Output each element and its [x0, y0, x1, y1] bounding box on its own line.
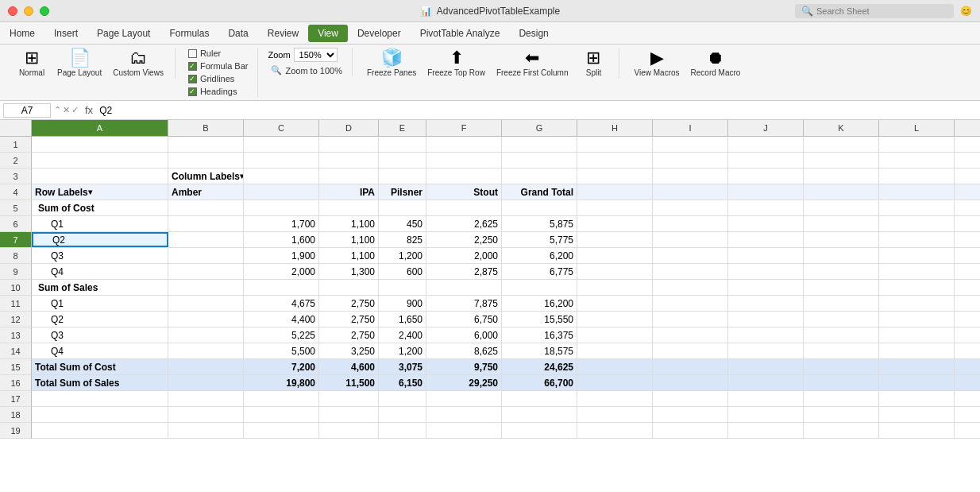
cell-d11[interactable]: 2,750	[319, 296, 379, 311]
cell-g17[interactable]	[502, 391, 577, 406]
cell-i8[interactable]	[653, 248, 728, 263]
cell-a2[interactable]	[32, 153, 168, 168]
zoom-100-btn[interactable]: 🔍 Zoom to 100%	[268, 64, 345, 76]
cell-d19[interactable]	[319, 423, 379, 438]
cell-l6[interactable]	[879, 216, 955, 231]
cell-j12[interactable]	[728, 312, 804, 327]
cell-j6[interactable]	[728, 216, 804, 231]
row-num-6[interactable]: 6	[0, 216, 32, 232]
cell-d5[interactable]	[319, 200, 379, 215]
cell-e14[interactable]: 1,200	[379, 343, 426, 358]
cell-i11[interactable]	[653, 296, 728, 311]
cell-i12[interactable]	[653, 312, 728, 327]
freeze-panes-btn[interactable]: 🧊 Freeze Panes	[362, 48, 421, 79]
cell-m13[interactable]	[955, 327, 980, 343]
cell-b2[interactable]	[168, 153, 244, 168]
cell-c5[interactable]	[244, 200, 319, 215]
cell-h7[interactable]	[577, 232, 653, 247]
cell-f5[interactable]	[426, 200, 502, 215]
cell-g16[interactable]: 66,700	[502, 375, 577, 390]
cell-d12[interactable]: 2,750	[319, 312, 379, 327]
cell-f12[interactable]: 6,750	[426, 312, 502, 327]
cell-k11[interactable]	[804, 296, 879, 311]
cell-f18[interactable]	[426, 407, 502, 422]
cell-g18[interactable]	[502, 407, 577, 422]
cell-k9[interactable]	[804, 264, 879, 279]
cell-e13[interactable]: 2,400	[379, 327, 426, 343]
cell-i19[interactable]	[653, 423, 728, 438]
normal-btn[interactable]: ⊞ Normal	[13, 48, 51, 79]
cell-f2[interactable]	[426, 153, 502, 168]
cell-i7[interactable]	[653, 232, 728, 247]
cell-e12[interactable]: 1,650	[379, 312, 426, 327]
cell-c3[interactable]	[244, 169, 319, 184]
cell-h16[interactable]	[577, 375, 653, 390]
row-num-8[interactable]: 8	[0, 248, 32, 264]
cell-a13[interactable]: Q3	[32, 327, 168, 343]
cell-e8[interactable]: 1,200	[379, 248, 426, 263]
cell-a3[interactable]	[32, 169, 168, 184]
cell-c9[interactable]: 2,000	[244, 264, 319, 279]
menu-data[interactable]: Data	[218, 25, 257, 42]
cell-j10[interactable]	[728, 280, 804, 295]
cell-i6[interactable]	[653, 216, 728, 231]
cell-j19[interactable]	[728, 423, 804, 438]
row-num-14[interactable]: 14	[0, 343, 32, 359]
col-header-f[interactable]: F	[426, 120, 502, 136]
formula-bar-toggle[interactable]: ✓ Formula Bar	[185, 60, 252, 72]
cell-i13[interactable]	[653, 327, 728, 343]
row-num-5[interactable]: 5	[0, 200, 32, 216]
menu-review[interactable]: Review	[258, 25, 308, 42]
cell-f17[interactable]	[426, 391, 502, 406]
cell-h15[interactable]	[577, 359, 653, 374]
cell-h19[interactable]	[577, 423, 653, 438]
cell-d8[interactable]: 1,100	[319, 248, 379, 263]
col-header-e[interactable]: E	[379, 120, 426, 136]
cell-l16[interactable]	[879, 375, 955, 390]
cell-h14[interactable]	[577, 343, 653, 358]
cell-h1[interactable]	[577, 137, 653, 152]
row-num-11[interactable]: 11	[0, 296, 32, 312]
cell-k6[interactable]	[804, 216, 879, 231]
cell-e19[interactable]	[379, 423, 426, 438]
split-btn[interactable]: ⊞ Split	[574, 48, 612, 79]
row-num-13[interactable]: 13	[0, 327, 32, 343]
cell-b16[interactable]	[168, 375, 244, 390]
cell-m6[interactable]	[955, 216, 980, 231]
cell-h18[interactable]	[577, 407, 653, 422]
cell-f6[interactable]: 2,625	[426, 216, 502, 231]
cell-h9[interactable]	[577, 264, 653, 279]
cell-c2[interactable]	[244, 153, 319, 168]
cell-e9[interactable]: 600	[379, 264, 426, 279]
cell-i14[interactable]	[653, 343, 728, 358]
cell-m17[interactable]	[955, 391, 980, 406]
cell-d6[interactable]: 1,100	[319, 216, 379, 231]
cell-g1[interactable]	[502, 137, 577, 152]
cell-g10[interactable]	[502, 280, 577, 295]
cell-d2[interactable]	[319, 153, 379, 168]
cell-l2[interactable]	[879, 153, 955, 168]
col-header-l[interactable]: L	[879, 120, 955, 136]
cell-i15[interactable]	[653, 359, 728, 374]
cell-i18[interactable]	[653, 407, 728, 422]
row-num-19[interactable]: 19	[0, 423, 32, 439]
cell-k8[interactable]	[804, 248, 879, 263]
cell-b17[interactable]	[168, 391, 244, 406]
cell-c7[interactable]: 1,600	[244, 232, 319, 247]
col-header-i[interactable]: I	[653, 120, 728, 136]
cell-f15[interactable]: 9,750	[426, 359, 502, 374]
cell-d3[interactable]	[319, 169, 379, 184]
cell-b7[interactable]	[168, 232, 244, 247]
cell-d14[interactable]: 3,250	[319, 343, 379, 358]
cell-i16[interactable]	[653, 375, 728, 390]
cell-k19[interactable]	[804, 423, 879, 438]
cell-k3[interactable]	[804, 169, 879, 184]
menu-page-layout[interactable]: Page Layout	[87, 25, 160, 42]
cell-f14[interactable]: 8,625	[426, 343, 502, 358]
cell-f19[interactable]	[426, 423, 502, 438]
cell-m7[interactable]	[955, 232, 980, 247]
cell-e6[interactable]: 450	[379, 216, 426, 231]
cell-a11[interactable]: Q1	[32, 296, 168, 311]
row-num-17[interactable]: 17	[0, 391, 32, 407]
zoom-select[interactable]: 150% 100% 75%	[294, 48, 338, 62]
